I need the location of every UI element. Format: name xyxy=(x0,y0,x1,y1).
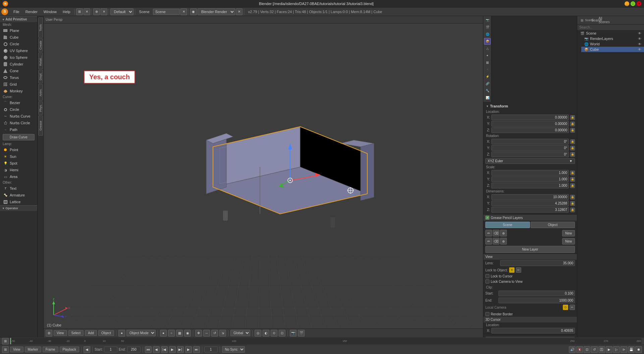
viewport[interactable]: User Persp xyxy=(44,16,483,337)
tab-create[interactable]: Create xyxy=(38,38,43,52)
add-menu[interactable]: Add xyxy=(85,330,97,336)
dim-x-input[interactable] xyxy=(491,194,569,200)
sync-select[interactable]: No Sync xyxy=(222,346,245,353)
dim-z-input[interactable] xyxy=(491,207,569,213)
outliner-all-scenes[interactable]: All Scenes xyxy=(601,17,607,24)
render-region[interactable]: 🎬 xyxy=(298,330,305,337)
viewport-type-icon[interactable]: ⊞ xyxy=(46,330,52,337)
anim-toggle[interactable]: ▶ xyxy=(606,346,612,353)
prev-frame-btn[interactable]: ◀ xyxy=(153,346,160,353)
lock-camera-icon[interactable]: ☀ xyxy=(509,267,515,273)
lock-cursor-chk[interactable] xyxy=(485,274,489,278)
lock-cam-chk[interactable] xyxy=(485,279,489,283)
playback-btn-menu[interactable]: Playback xyxy=(60,347,79,352)
mode-select[interactable]: Default xyxy=(110,8,133,15)
particles-icon[interactable]: ⁖ xyxy=(484,66,491,73)
viewport-canvas[interactable]: Yes, a couch X Z Y (1) Cube xyxy=(44,24,483,328)
tab-animation[interactable]: Anim. xyxy=(38,84,43,101)
menu-help[interactable]: Help xyxy=(60,9,73,14)
gp-new-btn[interactable]: New xyxy=(562,230,575,236)
data-icon[interactable]: 📊 xyxy=(484,94,491,101)
mesh-cone[interactable]: Cone xyxy=(0,68,37,74)
rot-x-input[interactable] xyxy=(491,139,569,144)
rotate-icon[interactable]: ↺ xyxy=(211,330,218,337)
curve-circle[interactable]: Circle xyxy=(0,106,37,113)
loc-x-lock[interactable]: 🔒 xyxy=(570,115,575,120)
audio-toggle[interactable]: 🔊 xyxy=(569,346,576,353)
next-keyframe-btn[interactable]: ▶| xyxy=(177,346,184,353)
editor-type-icon[interactable]: ⊞ xyxy=(76,8,83,15)
next-frame-btn[interactable]: ▶ xyxy=(185,346,192,353)
translate-icon[interactable]: ↔ xyxy=(203,330,210,337)
mesh-icon[interactable]: △ xyxy=(484,45,491,52)
tab-tools[interactable]: Tools xyxy=(38,17,43,38)
editor-toggle[interactable]: ✕ xyxy=(84,8,90,15)
view3d-icon[interactable]: ⊕ xyxy=(93,8,100,15)
object-menu[interactable]: Object xyxy=(98,330,114,336)
outliner-item-cube[interactable]: 📦 Cube 👁 xyxy=(581,47,644,52)
mesh-plane[interactable]: Plane xyxy=(0,27,37,34)
lamp-sun[interactable]: ☀ Sun xyxy=(0,153,37,160)
gp-pencil-icon[interactable]: ✏ xyxy=(485,230,492,236)
local-cam-edit[interactable]: ✏ xyxy=(570,305,575,310)
lens-input[interactable] xyxy=(500,260,575,266)
tab-relations[interactable]: Relati... xyxy=(38,52,43,69)
keys-toggle[interactable]: ⚿ xyxy=(598,346,605,353)
constraints-icon[interactable]: 🔗 xyxy=(484,80,491,87)
dim-z-lock[interactable]: 🔒 xyxy=(570,208,575,212)
material-icon[interactable]: ● xyxy=(484,52,491,59)
curve-nurbs-circle[interactable]: Nurbs Circle xyxy=(0,120,37,126)
mesh-grid[interactable]: Grid xyxy=(0,81,37,88)
cube-eye[interactable]: 👁 xyxy=(638,48,641,51)
scale-icon[interactable]: ⇲ xyxy=(219,330,226,337)
cursor-x-input[interactable] xyxy=(491,328,575,334)
gp-icon4[interactable]: ⊕ xyxy=(500,238,507,245)
scene-eye[interactable]: 👁 xyxy=(638,32,641,35)
record-toggle[interactable]: ⏺ xyxy=(635,346,642,353)
lamp-point[interactable]: Point xyxy=(0,146,37,153)
world-eye[interactable]: 👁 xyxy=(638,42,641,46)
lock-pencil[interactable]: ✏ xyxy=(516,267,521,273)
dim-y-lock[interactable]: 🔒 xyxy=(570,201,575,206)
play-start-btn[interactable]: ⏮ xyxy=(145,346,152,353)
tab-grease-pencil[interactable]: Grease xyxy=(38,116,43,136)
scale-z-lock[interactable]: 🔒 xyxy=(570,183,575,188)
rl-eye[interactable]: 👁 xyxy=(638,37,641,41)
solid-shading[interactable]: ● xyxy=(160,330,167,337)
scrubbing-toggle[interactable]: ⊡ xyxy=(584,346,590,353)
camera-view[interactable]: 📷 xyxy=(290,330,297,337)
curve-nurbs[interactable]: 〜 Nurbs Curve xyxy=(0,113,37,120)
local-cam-icon[interactable]: ⊙ xyxy=(563,305,568,310)
proportional-falloff[interactable]: ◐ xyxy=(263,330,269,337)
prev-keyframe-btn[interactable]: |◀ xyxy=(161,346,168,353)
snap-icon[interactable]: ⊙ xyxy=(271,330,277,337)
wireframe-mode[interactable]: ○ xyxy=(168,330,175,337)
render-icon[interactable]: 📷 xyxy=(484,17,491,24)
scene-icon-v[interactable]: 🎬 xyxy=(484,24,491,31)
other-text[interactable]: T Text xyxy=(0,185,37,192)
menu-render[interactable]: Render xyxy=(23,9,40,14)
view-btn[interactable]: View xyxy=(10,347,23,352)
loop-toggle[interactable]: ↺ xyxy=(591,346,598,353)
texture-icon[interactable]: ▦ xyxy=(484,59,491,66)
loc-z-lock[interactable]: 🔒 xyxy=(570,128,575,133)
rendered-mode[interactable]: ◉ xyxy=(184,330,191,337)
mesh-torus[interactable]: Torus xyxy=(0,74,37,81)
dim-x-lock[interactable]: 🔒 xyxy=(570,195,575,200)
marker-btn[interactable]: Marker xyxy=(25,347,41,352)
texture-mode[interactable]: ▦ xyxy=(176,330,183,337)
rot-x-lock[interactable]: 🔒 xyxy=(570,139,575,144)
outliner-item-renderlayers[interactable]: 📷 RenderLayers 👁 xyxy=(581,36,644,41)
menu-file[interactable]: File xyxy=(11,9,22,14)
coord-system[interactable]: Global xyxy=(230,330,250,336)
snap-element[interactable]: ⊡ xyxy=(279,330,285,337)
menu-window[interactable]: Window xyxy=(41,9,59,14)
mesh-uvsphere[interactable]: UV Sphere xyxy=(0,47,37,54)
engine-select[interactable]: Blender Render xyxy=(198,8,235,15)
engine-toggle[interactable]: ✕ xyxy=(236,8,243,15)
gp-convert-icon[interactable]: ⊕ xyxy=(500,230,507,236)
gp-new-btn-2[interactable]: New xyxy=(562,238,575,245)
modifiers-icon[interactable]: 🔧 xyxy=(484,87,491,94)
timeline-editor-icon[interactable]: ⊞ xyxy=(2,346,9,353)
scale-y-lock[interactable]: 🔒 xyxy=(570,177,575,182)
